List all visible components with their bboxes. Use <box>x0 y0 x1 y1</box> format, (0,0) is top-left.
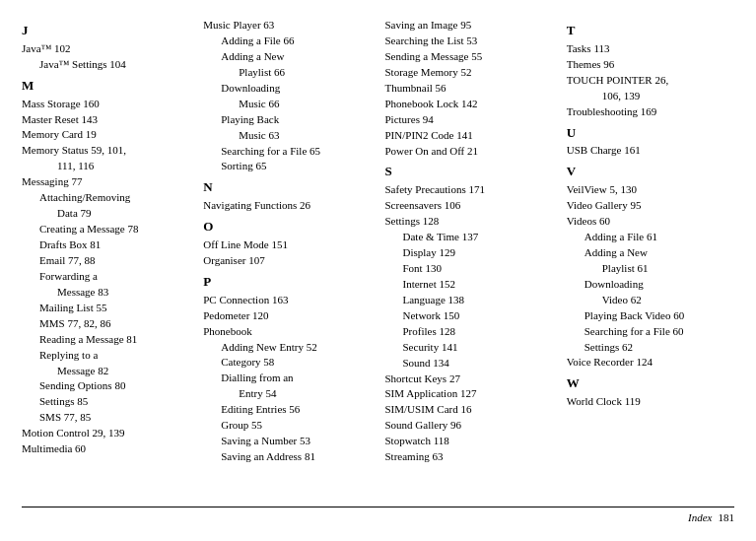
index-entry: Settings 85 <box>22 394 189 410</box>
index-column: TTasks 113Themes 96TOUCH POINTER 26,106,… <box>567 18 734 501</box>
index-entry: Phonebook <box>203 324 371 340</box>
index-entry: Searching the List 53 <box>385 34 553 49</box>
index-entry: Pictures 94 <box>385 112 553 128</box>
index-entry: Adding a File 61 <box>567 230 734 245</box>
index-entry: Memory Status 59, 101, <box>22 143 189 159</box>
index-entry: Category 58 <box>203 355 371 371</box>
index-column: JJava™ 102Java™ Settings 104MMass Storag… <box>22 18 203 501</box>
index-entry: Pedometer 120 <box>203 308 371 324</box>
footer-label: Index <box>688 511 712 523</box>
index-entry: Adding a File 66 <box>203 34 371 49</box>
index-entry: PC Connection 163 <box>203 293 371 308</box>
index-column: Music Player 63Adding a File 66Adding a … <box>203 18 384 501</box>
index-entry: Phonebook Lock 142 <box>385 97 553 112</box>
section-letter: W <box>567 374 734 393</box>
index-entry: USB Charge 161 <box>567 143 734 159</box>
index-entry: Internet 152 <box>385 277 553 293</box>
index-entry: Power On and Off 21 <box>385 144 553 160</box>
index-entry: Message 83 <box>22 285 189 301</box>
index-entry: Tasks 113 <box>567 41 734 57</box>
index-entry: Organiser 107 <box>203 253 371 269</box>
index-entry: Playlist 61 <box>567 261 734 277</box>
index-entry: Playing Back Video 60 <box>567 308 734 324</box>
index-entry: Network 150 <box>385 308 553 324</box>
index-entry: Shortcut Keys 27 <box>385 372 553 387</box>
section-letter: V <box>567 163 734 181</box>
index-entry: Settings 62 <box>567 340 734 356</box>
index-entry: Motion Control 29, 139 <box>22 426 189 441</box>
index-entry: Searching for a File 65 <box>203 144 371 160</box>
index-entry: Playlist 66 <box>203 65 371 81</box>
index-entry: Thumbnail 56 <box>385 81 553 97</box>
index-entry: Sound Gallery 96 <box>385 418 553 434</box>
index-entry: Sorting 65 <box>203 159 371 174</box>
index-entry: Replying to a <box>22 348 189 364</box>
section-letter: S <box>385 163 553 181</box>
index-entry: Video 62 <box>567 293 734 308</box>
index-entry: World Clock 119 <box>567 394 734 410</box>
index-entry: Language 138 <box>385 293 553 308</box>
index-entry: Reading a Message 81 <box>22 332 189 348</box>
footer: Index 181 <box>22 507 734 523</box>
index-entry: Streaming 63 <box>385 449 553 465</box>
index-column: Saving an Image 95Searching the List 53S… <box>385 18 567 501</box>
index-entry: Adding a New <box>203 49 371 65</box>
index-entry: Group 55 <box>203 418 371 434</box>
index-entry: Saving an Image 95 <box>385 18 553 34</box>
footer-page: 181 <box>719 511 735 523</box>
section-letter: T <box>567 22 734 40</box>
index-entry: Screensavers 106 <box>385 198 553 214</box>
index-entry: Stopwatch 118 <box>385 434 553 449</box>
index-entry: VeilView 5, 130 <box>567 182 734 198</box>
index-entry: SMS 77, 85 <box>22 410 189 426</box>
index-entry: Navigating Functions 26 <box>203 198 371 214</box>
index-entry: Master Reset 143 <box>22 112 189 128</box>
index-entry: Multimedia 60 <box>22 441 189 457</box>
index-entry: Security 141 <box>385 340 553 356</box>
section-letter: J <box>22 22 189 40</box>
index-entry: Music Player 63 <box>203 18 371 34</box>
index-entry: Saving a Number 53 <box>203 434 371 449</box>
index-columns: JJava™ 102Java™ Settings 104MMass Storag… <box>22 18 734 501</box>
section-letter: M <box>22 77 189 96</box>
index-entry: Font 130 <box>385 261 553 277</box>
index-entry: Mailing List 55 <box>22 301 189 316</box>
index-entry: Memory Card 19 <box>22 127 189 143</box>
index-entry: Storage Memory 52 <box>385 65 553 81</box>
index-entry: 106, 139 <box>567 89 734 104</box>
index-entry: SIM Application 127 <box>385 386 553 402</box>
index-entry: Java™ 102 <box>22 41 189 57</box>
index-entry: PIN/PIN2 Code 141 <box>385 128 553 144</box>
index-entry: Adding New Entry 52 <box>203 340 371 356</box>
index-entry: TOUCH POINTER 26, <box>567 73 734 89</box>
index-entry: Searching for a File 60 <box>567 324 734 340</box>
index-entry: Message 82 <box>22 364 189 379</box>
section-letter: O <box>203 218 371 237</box>
index-entry: MMS 77, 82, 86 <box>22 316 189 332</box>
index-entry: Attaching/Removing <box>22 190 189 206</box>
index-entry: Creating a Message 78 <box>22 222 189 237</box>
index-entry: Videos 60 <box>567 214 734 230</box>
index-entry: Sending Options 80 <box>22 378 189 394</box>
index-entry: Dialling from an <box>203 371 371 386</box>
index-entry: Troubleshooting 169 <box>567 104 734 120</box>
page: JJava™ 102Java™ Settings 104MMass Storag… <box>0 0 756 541</box>
index-entry: Messaging 77 <box>22 174 189 190</box>
index-entry: Settings 128 <box>385 214 553 230</box>
index-entry: Music 66 <box>203 97 371 112</box>
index-entry: Off Line Mode 151 <box>203 237 371 253</box>
index-entry: Playing Back <box>203 112 371 128</box>
index-entry: Downloading <box>203 81 371 97</box>
index-entry: SIM/USIM Card 16 <box>385 402 553 418</box>
index-entry: Safety Precautions 171 <box>385 182 553 198</box>
index-entry: 111, 116 <box>22 159 189 174</box>
index-entry: Sound 134 <box>385 356 553 372</box>
index-entry: Voice Recorder 124 <box>567 355 734 371</box>
index-entry: Java™ Settings 104 <box>22 57 189 73</box>
index-entry: Data 79 <box>22 206 189 222</box>
index-entry: Drafts Box 81 <box>22 237 189 253</box>
index-entry: Entry 54 <box>203 386 371 402</box>
index-entry: Sending a Message 55 <box>385 49 553 65</box>
index-entry: Downloading <box>567 277 734 293</box>
index-entry: Music 63 <box>203 128 371 144</box>
